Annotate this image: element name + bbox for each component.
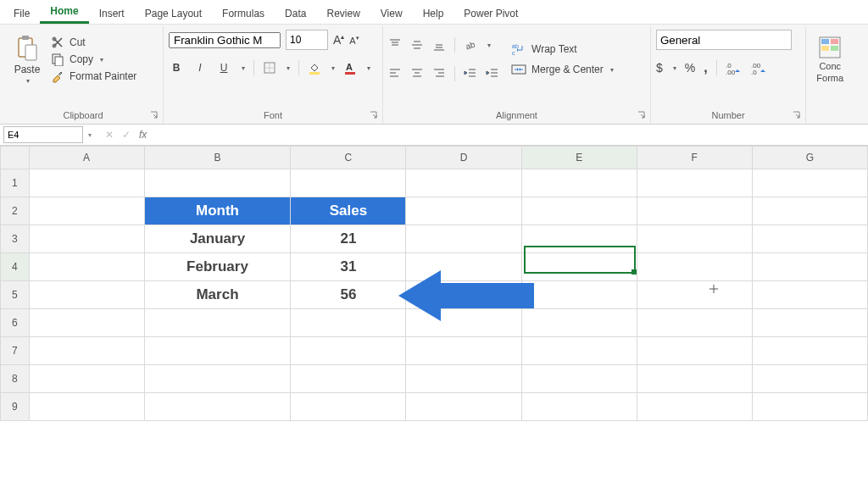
tab-view[interactable]: View <box>370 4 413 24</box>
col-header-A[interactable]: A <box>29 147 144 169</box>
dialog-launcher-icon[interactable] <box>637 110 647 120</box>
name-box[interactable] <box>3 126 83 143</box>
enter-formula-icon[interactable]: ✓ <box>122 129 131 141</box>
font-name-select[interactable] <box>169 32 281 48</box>
cancel-formula-icon[interactable]: ✕ <box>105 129 114 141</box>
scissors-icon <box>51 36 64 49</box>
col-header-B[interactable]: B <box>144 147 291 169</box>
cell-B5[interactable]: March <box>144 281 291 309</box>
tab-help[interactable]: Help <box>413 4 454 24</box>
format-painter-button[interactable]: Format Painter <box>51 69 136 83</box>
separator <box>716 60 717 75</box>
svg-text:ab: ab <box>512 43 519 49</box>
ribbon: Paste ▾ Cut Copy ▾ Format Painter C <box>0 25 868 125</box>
increase-decimal-icon[interactable]: .0.00 <box>726 61 743 75</box>
group-label-alignment: Alignment <box>388 108 645 122</box>
dialog-launcher-icon[interactable] <box>369 110 379 120</box>
row-header-5[interactable]: 5 <box>1 281 30 309</box>
align-top-icon[interactable] <box>388 38 402 52</box>
svg-text:ab: ab <box>465 39 477 51</box>
number-format-select[interactable] <box>656 30 792 50</box>
separator <box>298 60 299 75</box>
decrease-indent-icon[interactable] <box>464 67 477 80</box>
dialog-launcher-icon[interactable] <box>792 110 802 120</box>
tab-file[interactable]: File <box>3 4 40 24</box>
align-bottom-icon[interactable] <box>432 38 446 52</box>
decrease-font-icon[interactable]: A▾ <box>349 35 359 46</box>
col-header-G[interactable]: G <box>752 147 867 169</box>
col-header-D[interactable]: D <box>406 147 521 169</box>
italic-button[interactable]: I <box>192 62 208 74</box>
increase-font-icon[interactable]: A▴ <box>333 33 344 47</box>
tab-page-layout[interactable]: Page Layout <box>135 4 212 24</box>
annotation-arrow <box>398 266 534 325</box>
svg-text:.0: .0 <box>751 69 757 75</box>
comma-format-button[interactable]: , <box>704 60 707 75</box>
cell-B3[interactable]: January <box>144 225 291 253</box>
align-center-icon[interactable] <box>410 67 424 80</box>
formula-input[interactable] <box>157 127 868 142</box>
cell-C2[interactable]: Sales <box>291 197 406 225</box>
align-right-icon[interactable] <box>432 67 446 80</box>
tab-insert[interactable]: Insert <box>89 4 135 24</box>
row-header-4[interactable]: 4 <box>1 253 30 281</box>
cond-label-1: Conc <box>819 61 841 71</box>
col-header-E[interactable]: E <box>521 147 637 169</box>
align-left-icon[interactable] <box>388 67 402 80</box>
font-size-select[interactable] <box>286 30 328 50</box>
tab-formulas[interactable]: Formulas <box>212 4 275 24</box>
cell-C5[interactable]: 56 <box>291 281 406 309</box>
cell-C3[interactable]: 21 <box>291 225 406 253</box>
wrap-text-button[interactable]: abc Wrap Text <box>511 42 614 56</box>
cell-E4[interactable] <box>521 253 637 281</box>
bold-button[interactable]: B <box>169 62 184 74</box>
decrease-decimal-icon[interactable]: .00.0 <box>751 61 768 75</box>
formula-bar: ▾ ✕ ✓ fx <box>0 125 868 146</box>
cell-B2[interactable]: Month <box>144 197 291 225</box>
conditional-formatting-icon <box>818 36 842 59</box>
fx-icon[interactable]: fx <box>139 129 147 141</box>
row-header-6[interactable]: 6 <box>1 309 30 337</box>
conditional-formatting-button[interactable]: Conc Forma <box>811 30 849 89</box>
font-color-icon[interactable]: A <box>343 61 357 75</box>
chevron-down-icon[interactable]: ▾ <box>85 131 95 139</box>
percent-format-button[interactable]: % <box>685 61 695 75</box>
svg-text:c: c <box>512 50 515 56</box>
fill-color-icon[interactable] <box>308 61 321 75</box>
row-header-1[interactable]: 1 <box>1 169 30 197</box>
copy-icon <box>51 53 64 66</box>
row-header-9[interactable]: 9 <box>1 393 30 421</box>
cell-B4[interactable]: February <box>144 253 291 281</box>
spreadsheet-grid[interactable]: A B C D E F G 1 2 Month Sales 3 January … <box>0 146 868 421</box>
svg-rect-21 <box>831 39 838 44</box>
svg-rect-6 <box>55 57 63 66</box>
copy-button[interactable]: Copy ▾ <box>51 53 136 66</box>
dialog-launcher-icon[interactable] <box>149 110 159 120</box>
cell-C4[interactable]: 31 <box>291 253 406 281</box>
cut-button[interactable]: Cut <box>51 36 136 49</box>
row-header-7[interactable]: 7 <box>1 337 30 365</box>
underline-button[interactable]: U <box>216 62 231 74</box>
col-header-F[interactable]: F <box>637 147 752 169</box>
copy-label: Copy <box>70 53 93 65</box>
tab-power-pivot[interactable]: Power Pivot <box>453 4 528 24</box>
row-header-3[interactable]: 3 <box>1 225 30 253</box>
chevron-down-icon: ▾ <box>367 64 370 72</box>
tab-home[interactable]: Home <box>40 2 88 24</box>
col-header-C[interactable]: C <box>291 147 406 169</box>
tab-review[interactable]: Review <box>316 4 370 24</box>
accounting-format-button[interactable]: $ <box>656 61 663 75</box>
increase-indent-icon[interactable] <box>486 67 499 80</box>
row-header-2[interactable]: 2 <box>1 197 30 225</box>
row-header-8[interactable]: 8 <box>1 365 30 393</box>
orientation-icon[interactable]: ab <box>464 38 477 52</box>
merge-center-button[interactable]: Merge & Center ▾ <box>511 63 614 76</box>
wrap-text-label: Wrap Text <box>531 43 577 55</box>
paste-button[interactable]: Paste ▾ <box>8 30 46 89</box>
group-label-font: Font <box>169 108 377 122</box>
tab-data[interactable]: Data <box>275 4 316 24</box>
svg-rect-22 <box>821 46 829 51</box>
align-middle-icon[interactable] <box>410 38 424 52</box>
select-all-corner[interactable] <box>1 147 30 169</box>
borders-icon[interactable] <box>263 61 276 75</box>
